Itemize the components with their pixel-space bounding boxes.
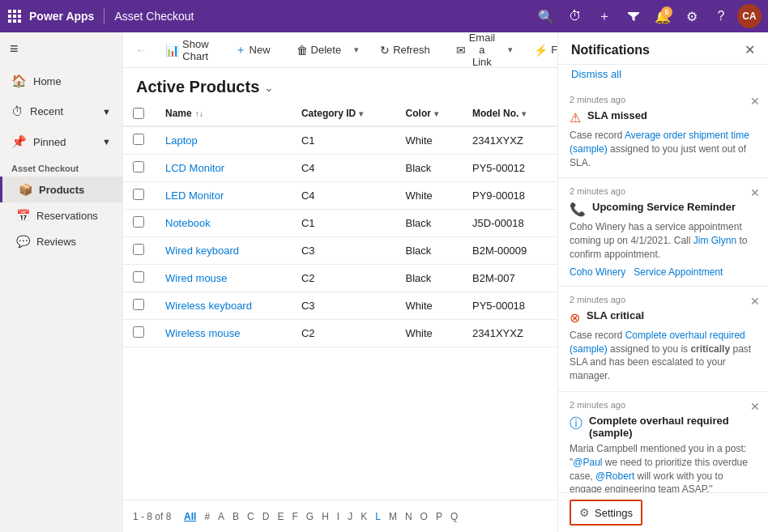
new-button[interactable]: ＋ New <box>227 38 279 62</box>
avatar[interactable]: CA <box>737 4 762 28</box>
robert-mention-link[interactable]: @Robert <box>595 470 634 482</box>
jim-glynn-link[interactable]: Jim Glynn <box>693 235 736 246</box>
bell-icon-btn[interactable]: 🔔 5 <box>650 3 676 29</box>
row-checkbox-7[interactable] <box>133 326 144 338</box>
notif-links-service-reminder: Coho Winery Service Appointment <box>570 266 757 278</box>
notif-close-1[interactable]: ✕ <box>750 95 760 108</box>
row-checkbox-2[interactable] <box>133 189 144 200</box>
table-row: Wired mouse C2 Black B2M-007 <box>123 265 557 292</box>
paul-mention-link[interactable]: @Paul <box>573 457 602 468</box>
email-link-button[interactable]: ✉ Email a Link <box>448 32 504 73</box>
new-icon: ＋ <box>235 43 246 57</box>
sidebar-item-reviews[interactable]: 💬 Reviews <box>0 228 122 254</box>
page-letter-J[interactable]: J <box>343 509 356 524</box>
sidebar-pinned-label: Pinned <box>33 136 66 148</box>
sidebar-item-recent[interactable]: ⏱ Recent ▼ <box>0 96 122 126</box>
table-row: LCD Monitor C4 Black PY5-00012 <box>123 155 557 182</box>
sidebar-item-reservations[interactable]: 📅 Reservations <box>0 202 122 228</box>
page-letter-P[interactable]: P <box>432 509 446 524</box>
category-cell: C2 <box>292 265 396 292</box>
notif-time-4: 2 minutes ago <box>570 400 757 410</box>
svg-rect-8 <box>18 19 21 23</box>
notif-close-4[interactable]: ✕ <box>750 400 760 413</box>
name-column-header[interactable]: Name ↑↓ <box>156 101 292 126</box>
page-letter-F[interactable]: F <box>288 509 301 524</box>
filter-icon-btn[interactable] <box>621 3 646 29</box>
page-letter-G[interactable]: G <box>302 509 318 524</box>
notifications-close-button[interactable]: ✕ <box>745 42 755 57</box>
back-button[interactable]: ← <box>130 39 152 62</box>
delete-button[interactable]: 🗑 Delete <box>288 39 350 62</box>
notif-close-3[interactable]: ✕ <box>750 295 760 308</box>
sidebar-item-products[interactable]: 📦 Products <box>0 177 122 202</box>
row-checkbox-4[interactable] <box>133 244 144 255</box>
page-letter-H[interactable]: H <box>318 509 333 524</box>
page-letter-M[interactable]: M <box>385 509 401 524</box>
page-letter-E[interactable]: E <box>273 509 288 524</box>
sidebar-item-home[interactable]: 🏠 Home <box>0 66 122 96</box>
email-chevron[interactable]: ▾ <box>505 40 516 60</box>
product-name-link-4[interactable]: Wired keyboard <box>165 245 239 257</box>
add-icon-btn[interactable]: ＋ <box>591 3 617 29</box>
product-name-cell: Wireless mouse <box>156 320 292 347</box>
select-all-checkbox[interactable] <box>133 108 144 119</box>
model-column-header[interactable]: Model No. ▾ <box>463 101 557 126</box>
product-name-link-1[interactable]: LCD Monitor <box>165 162 224 174</box>
sla-missed-link[interactable]: Average order shipment time (sample) <box>570 130 749 155</box>
category-column-header[interactable]: Category ID ▾ <box>292 101 396 126</box>
page-letter-Q[interactable]: Q <box>446 509 462 524</box>
row-checkbox-1[interactable] <box>133 161 144 172</box>
row-checkbox-cell <box>123 265 156 292</box>
page-title-chevron[interactable]: ⌄ <box>264 81 274 94</box>
page-letter-I[interactable]: I <box>333 509 343 524</box>
page-letter-C[interactable]: C <box>243 509 258 524</box>
page-letter-B[interactable]: B <box>228 509 243 524</box>
settings-icon-btn[interactable]: ⚙ <box>679 3 705 29</box>
refresh-button[interactable]: ↻ Refresh <box>372 39 438 62</box>
product-name-link-5[interactable]: Wired mouse <box>165 272 228 284</box>
category-sort-icon: ▾ <box>359 109 363 118</box>
page-letter-#[interactable]: # <box>200 509 214 524</box>
product-name-link-6[interactable]: Wireless keyboard <box>165 300 252 312</box>
flow-button[interactable]: ⚡ Flow <box>526 39 557 62</box>
row-checkbox-3[interactable] <box>133 216 144 228</box>
product-name-cell: Wired mouse <box>156 265 292 292</box>
page-letter-N[interactable]: N <box>401 509 416 524</box>
grid-icon[interactable] <box>6 8 23 24</box>
settings-gear-icon: ⚙ <box>579 506 590 519</box>
page-letter-A[interactable]: A <box>214 509 228 524</box>
dismiss-all-link[interactable]: Dismiss all <box>571 68 621 80</box>
sidebar-item-pinned[interactable]: 📌 Pinned ▼ <box>0 126 122 157</box>
notif-close-2[interactable]: ✕ <box>750 186 760 199</box>
notif-title-overhaul: Complete overhaul required (sample) <box>589 415 757 439</box>
email-icon: ✉ <box>456 44 466 57</box>
delete-chevron[interactable]: ▾ <box>351 40 362 60</box>
notifications-settings-button[interactable]: ⚙ Settings <box>570 500 642 526</box>
row-checkbox-5[interactable] <box>133 271 144 283</box>
page-letter-All[interactable]: All <box>180 509 200 524</box>
page-letter-D[interactable]: D <box>258 509 274 524</box>
product-name-link-7[interactable]: Wireless mouse <box>165 327 240 339</box>
page-letter-K[interactable]: K <box>356 509 371 524</box>
coho-winery-link[interactable]: Coho Winery <box>570 266 625 278</box>
svg-rect-5 <box>18 15 21 18</box>
sidebar-reviews-label: Reviews <box>36 236 76 248</box>
search-icon-btn[interactable]: 🔍 <box>533 3 559 29</box>
clock-icon-btn[interactable]: ⏱ <box>562 3 588 29</box>
page-letter-L[interactable]: L <box>371 509 385 524</box>
sidebar-toggle[interactable]: ≡ <box>0 32 122 66</box>
svg-rect-4 <box>13 15 16 18</box>
color-cell: White <box>396 292 463 320</box>
service-appointment-link[interactable]: Service Appointment <box>634 266 723 278</box>
product-name-link-0[interactable]: Laptop <box>165 134 198 147</box>
notif-body-sla-critical: Case record Complete overhaul required (… <box>570 329 757 383</box>
color-column-header[interactable]: Color ▾ <box>396 101 463 126</box>
row-checkbox-0[interactable] <box>133 134 144 145</box>
show-chart-button[interactable]: 📊 Show Chart <box>157 33 217 67</box>
page-letter-O[interactable]: O <box>416 509 432 524</box>
product-name-link-2[interactable]: LED Monitor <box>165 189 224 202</box>
row-checkbox-6[interactable] <box>133 299 144 310</box>
category-cell: C3 <box>292 292 396 320</box>
product-name-link-3[interactable]: Notebook <box>165 217 211 229</box>
help-icon-btn[interactable]: ? <box>708 3 734 29</box>
